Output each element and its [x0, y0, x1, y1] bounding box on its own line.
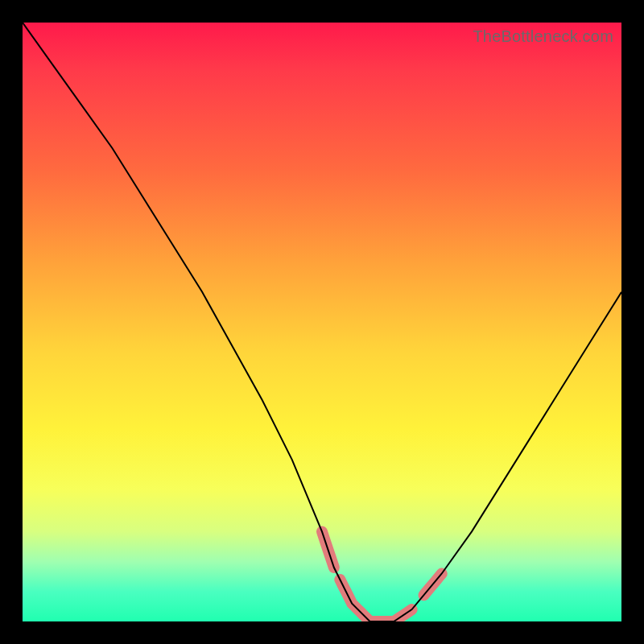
chart-frame: TheBottleneck.com	[0, 0, 644, 644]
bottleneck-curve	[23, 23, 621, 621]
curve-path	[23, 23, 621, 621]
plot-area: TheBottleneck.com	[23, 23, 621, 621]
